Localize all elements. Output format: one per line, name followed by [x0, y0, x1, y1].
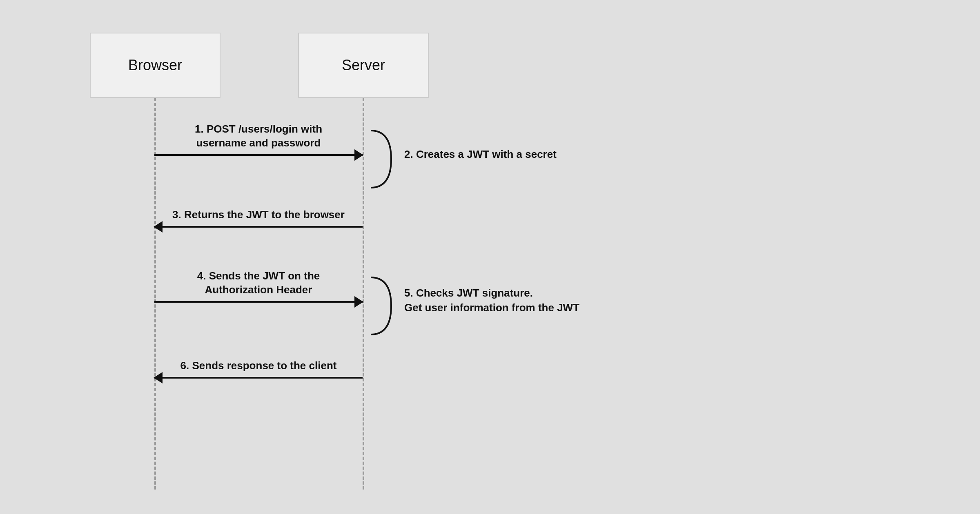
step1-label: 1. POST /users/login withusername and pa… — [154, 122, 363, 150]
step5-label: 5. Checks JWT signature.Get user informa… — [404, 286, 579, 315]
step3-container: 3. Returns the JWT to the browser — [154, 208, 363, 228]
bracket5-svg — [363, 273, 399, 339]
step1-container: 1. POST /users/login withusername and pa… — [154, 122, 363, 156]
server-actor: Server — [298, 33, 429, 98]
step4-container: 4. Sends the JWT on theAuthorization Hea… — [154, 269, 363, 303]
server-label: Server — [342, 57, 385, 74]
step4-label: 4. Sends the JWT on theAuthorization Hea… — [154, 269, 363, 297]
step3-arrow — [154, 226, 363, 228]
step2-label: 2. Creates a JWT with a secret — [404, 147, 557, 162]
bracket2-svg — [363, 126, 399, 192]
diagram: Browser Server 1. POST /users/login with… — [0, 0, 980, 514]
step1-arrow — [154, 154, 363, 156]
browser-actor: Browser — [90, 33, 220, 98]
step6-arrow — [154, 377, 363, 379]
step3-label: 3. Returns the JWT to the browser — [154, 208, 363, 222]
step4-arrow — [154, 301, 363, 303]
step6-label: 6. Sends response to the client — [154, 359, 363, 373]
browser-label: Browser — [128, 57, 182, 74]
step6-container: 6. Sends response to the client — [154, 359, 363, 379]
